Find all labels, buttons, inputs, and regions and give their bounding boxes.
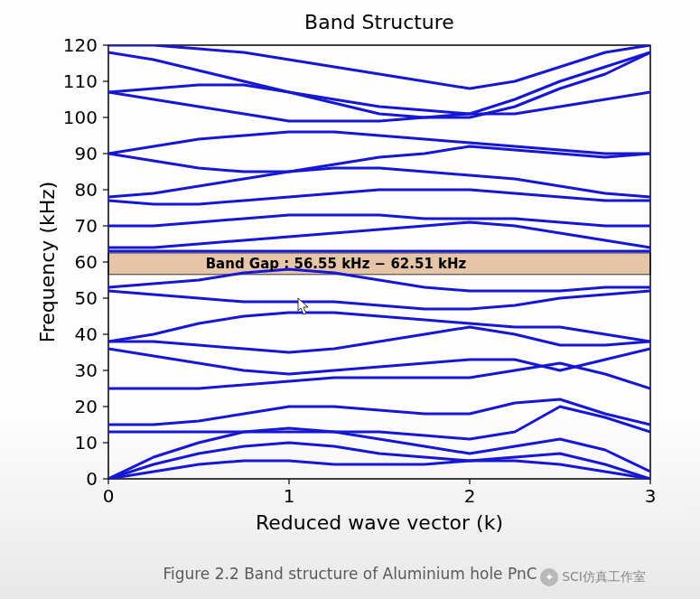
watermark-text: SCI仿真工作室 [562,569,646,585]
band-gap-label: Band Gap : 56.55 kHz − 62.51 kHz [206,256,467,272]
svg-text:2: 2 [464,485,476,507]
svg-text:40: 40 [75,323,98,345]
svg-text:3: 3 [645,485,657,507]
wechat-icon: ✦ [540,568,558,586]
band-b7 [108,349,650,374]
band-structure-chart: 01230102030405060708090100110120Reduced … [36,9,668,542]
watermark: ✦ SCI仿真工作室 [540,568,646,586]
svg-text:0: 0 [86,468,98,490]
band-b9 [108,313,650,342]
band-b10 [108,291,650,309]
band-b16 [108,168,650,197]
svg-text:60: 60 [75,251,98,273]
svg-text:20: 20 [75,396,98,417]
band-b14 [108,215,650,226]
chart-title: Band Structure [304,11,454,33]
svg-text:10: 10 [75,432,98,454]
svg-text:1: 1 [284,485,295,507]
band-b1 [108,461,650,479]
band-b13 [108,222,650,248]
svg-text:70: 70 [75,215,98,237]
svg-text:110: 110 [63,70,98,92]
svg-text:100: 100 [63,107,98,128]
band-b8 [108,327,650,352]
band-b22 [108,45,650,89]
band-b5 [108,399,650,425]
svg-text:120: 120 [63,34,98,56]
svg-text:80: 80 [75,179,98,201]
band-b2 [108,443,650,479]
svg-text:0: 0 [103,485,115,507]
svg-text:30: 30 [75,360,98,381]
chart-svg: 01230102030405060708090100110120Reduced … [36,9,668,542]
band-b18 [108,132,650,154]
svg-text:90: 90 [75,143,98,164]
y-axis-label: Frequency (kHz) [36,182,59,343]
x-axis-label: Reduced wave vector (k) [256,511,503,534]
band-b15 [108,190,650,204]
svg-text:50: 50 [75,287,98,309]
